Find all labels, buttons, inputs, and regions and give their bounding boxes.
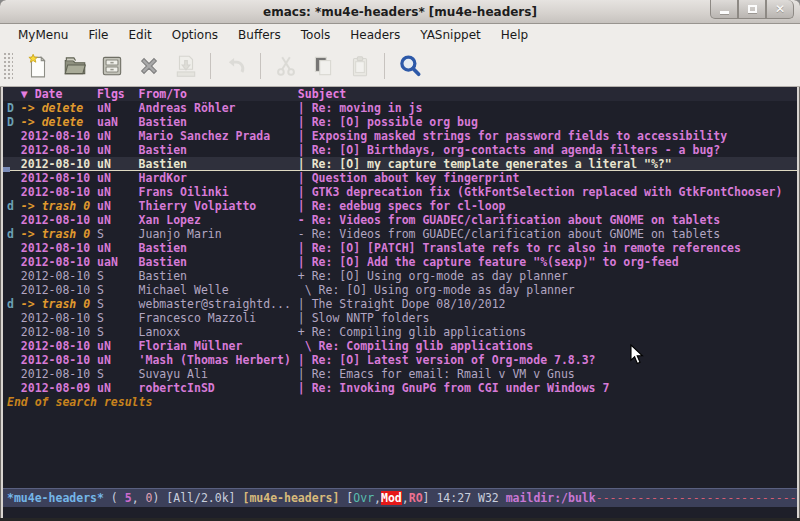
- mark-char: D: [7, 101, 21, 115]
- message-row[interactable]: 2012-08-10 uN HardKor | Question about k…: [3, 171, 797, 185]
- date-field: 2012-08-10: [21, 367, 97, 381]
- row-text: uN HardKor | Question about key fingerpr…: [97, 171, 519, 185]
- toolbar-separator: [260, 53, 261, 79]
- message-row[interactable]: 2012-08-10 S Francesco Mazzoli | Slow NN…: [3, 311, 797, 325]
- mark-action: -> trash 0: [21, 199, 97, 213]
- mark-char: d: [7, 199, 21, 213]
- close-button[interactable]: ✕: [766, 0, 794, 19]
- menu-item-options[interactable]: Options: [162, 25, 228, 45]
- message-row[interactable]: 2012-08-10 uN Bastien | Re: [O] my captu…: [3, 157, 797, 171]
- minimize-icon: [720, 11, 729, 14]
- close-buffer-button[interactable]: [130, 49, 167, 83]
- mark-char: [7, 185, 21, 199]
- row-text: uN Thierry Volpiatto | Re: edebug specs …: [97, 199, 506, 213]
- modeline-segment-plain: ]: [423, 491, 437, 505]
- message-row[interactable]: 2012-08-10 S Lanoxx + Re: Compiling glib…: [3, 325, 797, 339]
- mark-action: -> delete: [21, 115, 97, 129]
- message-row[interactable]: 2012-08-10 uaN Bastien | Re: [O] Add the…: [3, 255, 797, 269]
- message-row[interactable]: 2012-08-10 uN Xan Lopez - Re: Videos fro…: [3, 213, 797, 227]
- modeline-segment-line: 5: [125, 491, 132, 505]
- menu-item-buffers[interactable]: Buffers: [228, 25, 291, 45]
- message-row[interactable]: d -> trash 0 S Juanjo Marin - Re: Videos…: [3, 227, 797, 241]
- end-of-results-text: End of search results: [3, 395, 797, 409]
- menu-item-help[interactable]: Help: [491, 25, 538, 45]
- message-row[interactable]: 2012-08-10 S Suvayu Ali | Re: Emacs for …: [3, 367, 797, 381]
- row-text: S Suvayu Ali | Re: Emacs for email: Rmai…: [97, 367, 575, 381]
- modeline-segment-maildir: maildir:/bulk: [506, 491, 596, 505]
- message-row[interactable]: D -> delete uN Andreas Röhler | Re: movi…: [3, 101, 797, 115]
- message-row[interactable]: d -> trash 0 S webmaster@straightd... | …: [3, 297, 797, 311]
- message-row[interactable]: 2012-08-10 uN Frans Oilinki | GTK3 depre…: [3, 185, 797, 199]
- date-field: 2012-08-10: [21, 143, 97, 157]
- date-field: 2012-08-10: [21, 157, 97, 171]
- row-text: uN Andreas Röhler | Re: moving in js: [97, 101, 422, 115]
- message-row[interactable]: 2012-08-10 uN Florian Müllner \ Re: Comp…: [3, 339, 797, 353]
- menu-item-headers[interactable]: Headers: [340, 25, 410, 45]
- row-text: uaN Bastien | Re: [O] possible org bug: [97, 115, 478, 129]
- save-as-button: [167, 49, 204, 83]
- modeline-segment-plain: ,: [402, 491, 409, 505]
- toolbar: [0, 46, 800, 87]
- save-buffer-button[interactable]: [93, 49, 130, 83]
- search-button[interactable]: [391, 49, 428, 83]
- row-text: uN Florian Müllner \ Re: Compiling glib …: [97, 339, 533, 353]
- paste-icon: [347, 53, 373, 79]
- undo-button: [217, 49, 254, 83]
- mark-char: [7, 255, 21, 269]
- open-file-button[interactable]: [56, 49, 93, 83]
- close-buffer-icon: [136, 53, 162, 79]
- message-row[interactable]: 2012-08-10 S Michael Welle \ Re: [O] Usi…: [3, 283, 797, 297]
- mark-char: [7, 367, 21, 381]
- mark-char: [7, 269, 21, 283]
- message-row[interactable]: D -> delete uaN Bastien | Re: [O] possib…: [3, 115, 797, 129]
- mark-char: [7, 213, 21, 227]
- column-header-row[interactable]: ▼ Date Flgs From/To Subject: [3, 87, 797, 101]
- mark-char: [7, 353, 21, 367]
- open-file-icon: [62, 53, 88, 79]
- mark-char: [7, 87, 21, 101]
- modeline-segment-mod: Mod: [381, 491, 402, 505]
- toolbar-drag-handle[interactable]: [2, 51, 13, 81]
- row-text: uN Bastien | Re: [O] [PATCH] Translate r…: [97, 241, 741, 255]
- menu-item-yasnippet[interactable]: YASnippet: [410, 25, 491, 45]
- minimize-button[interactable]: [710, 0, 738, 19]
- message-row[interactable]: 2012-08-09 uN robertcInSD | Re: Invoking…: [3, 381, 797, 395]
- toolbar-separator: [384, 53, 385, 79]
- date-field: 2012-08-10: [21, 311, 97, 325]
- maximize-button[interactable]: [738, 0, 766, 19]
- row-text: uaN Bastien | Re: [O] Add the capture fe…: [97, 255, 679, 269]
- message-row[interactable]: 2012-08-10 uN Bastien | Re: [O] [PATCH] …: [3, 241, 797, 255]
- mark-char: [7, 311, 21, 325]
- copy-icon: [310, 53, 336, 79]
- copy-button: [304, 49, 341, 83]
- modeline-segment-mode: [mu4e-headers]: [242, 491, 346, 505]
- menu-item-tools[interactable]: Tools: [291, 25, 341, 45]
- mark-char: [7, 325, 21, 339]
- message-row[interactable]: 2012-08-10 uN Mario Sanchez Prada | Expo…: [3, 129, 797, 143]
- message-row[interactable]: 2012-08-10 uN Bastien | Re: [O] Birthday…: [3, 143, 797, 157]
- date-field: 2012-08-10: [21, 283, 97, 297]
- modeline-segment-ro: RO: [409, 491, 423, 505]
- menu-item-edit[interactable]: Edit: [119, 25, 162, 45]
- mark-char: [7, 241, 21, 255]
- mark-char: D: [7, 115, 21, 129]
- buffer-frame: ▼ Date Flgs From/To SubjectD -> delete u…: [3, 87, 797, 518]
- date-field: 2012-08-10: [21, 325, 97, 339]
- menu-item-file[interactable]: File: [78, 25, 118, 45]
- message-row[interactable]: 2012-08-10 S Bastien + Re: [O] Using org…: [3, 269, 797, 283]
- date-field: 2012-08-10: [21, 171, 97, 185]
- titlebar: emacs: *mu4e-headers* [mu4e-headers] ✕: [0, 0, 800, 24]
- date-field: 2012-08-10: [21, 353, 97, 367]
- message-row[interactable]: 2012-08-10 uN 'Mash (Thomas Herbert) | R…: [3, 353, 797, 367]
- row-text: S Lanoxx + Re: Compiling glib applicatio…: [97, 325, 526, 339]
- message-row[interactable]: d -> trash 0 uN Thierry Volpiatto | Re: …: [3, 199, 797, 213]
- window-controls: ✕: [710, 0, 794, 19]
- row-text: S Michael Welle \ Re: [O] Using org-mode…: [97, 283, 575, 297]
- date-field: 2012-08-10: [21, 339, 97, 353]
- modeline-segment-plain: (: [104, 491, 125, 505]
- menu-item-mymenu[interactable]: MyMenu: [8, 25, 78, 45]
- echo-area[interactable]: [3, 507, 797, 518]
- row-text: uN 'Mash (Thomas Herbert) | Re: [O] Late…: [97, 353, 596, 367]
- new-file-button[interactable]: [19, 49, 56, 83]
- paste-button: [341, 49, 378, 83]
